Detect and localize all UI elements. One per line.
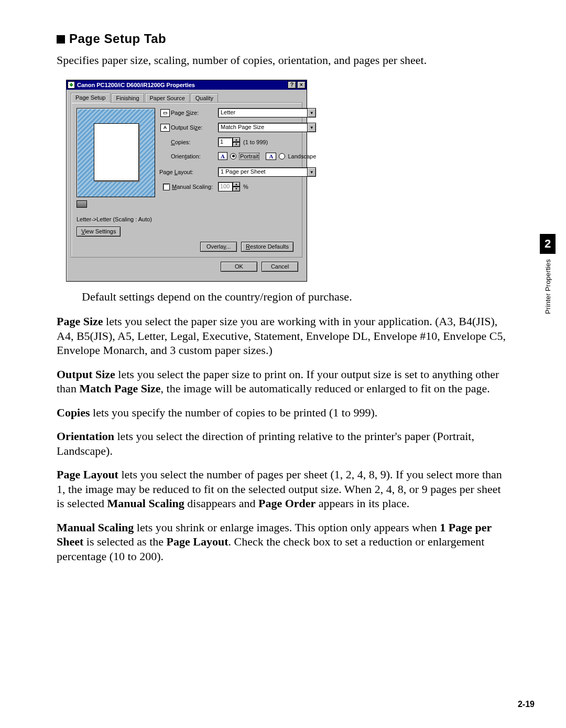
term-match-page-size: Match Page Size (79, 382, 160, 395)
landscape-icon: A (266, 153, 276, 160)
preview-status-text: Letter->Letter (Scaling : Auto) (77, 216, 155, 222)
para-copies-rest: lets you specify the number of copies to… (90, 406, 378, 419)
manual-scaling-checkbox[interactable] (163, 184, 170, 190)
para-layout-mid2: disappears and (184, 497, 258, 510)
orientation-landscape-radio[interactable] (279, 153, 285, 159)
page-layout-label: Page Layout: (159, 169, 218, 175)
page-size-icon: ▭ (160, 109, 170, 117)
para-page-size-rest: lets you select the paper size you are w… (57, 315, 506, 357)
chevron-down-icon[interactable]: ▼ (307, 123, 315, 132)
heading-text: Page Setup Tab (69, 31, 166, 46)
orientation-group: A Portrait A Landscape (218, 152, 316, 160)
chevron-down-icon[interactable]: ▼ (307, 168, 315, 176)
para-orientation-rest: lets you select the direction of printin… (57, 430, 474, 457)
term-output-size: Output Size (57, 368, 115, 381)
copies-spinner[interactable]: 1 ▲▼ (218, 137, 240, 147)
copies-label: Copies: (171, 139, 218, 145)
term-page-order: Page Order (258, 497, 315, 510)
page-preview (77, 108, 155, 197)
copies-range: (1 to 999) (243, 139, 268, 145)
tab-label: Finishing (116, 95, 139, 101)
spin-up-icon[interactable]: ▲ (233, 137, 240, 142)
help-button[interactable]: ? (288, 81, 296, 89)
orientation-portrait-radio[interactable] (230, 153, 236, 159)
manual-scaling-label: Manual Scaling: (172, 184, 218, 190)
portrait-icon: A (218, 152, 227, 160)
tab-label: Paper Source (150, 95, 185, 101)
para-copies: Copies lets you specify the number of co… (57, 405, 509, 420)
spin-down-icon: ▼ (233, 187, 240, 191)
dialog-title: Canon PC1200/iC D600/iR1200G Properties (77, 82, 287, 88)
term-page-layout: Page Layout (57, 468, 118, 481)
heading-bullet-icon (57, 35, 65, 44)
para-page-layout: Page Layout lets you select the number o… (57, 467, 509, 511)
term-page-layout-2: Page Layout (167, 535, 228, 548)
page-number: 2-19 (518, 700, 535, 709)
lead-paragraph: Specifies paper size, scaling, number of… (57, 53, 509, 67)
para-output-size: Output Size lets you select the paper si… (57, 367, 509, 396)
manual-scaling-spinner: 100 ▲▼ (218, 182, 240, 191)
para-layout-mid3: appears in its place. (315, 497, 409, 510)
app-icon: ❖ (68, 81, 75, 89)
para-manual-mid2: is selected as the (83, 535, 166, 548)
view-settings-button[interactable]: View Settings (77, 227, 121, 237)
restore-defaults-button[interactable]: Restore Defaults (241, 242, 293, 252)
tab-finishing[interactable]: Finishing (112, 93, 144, 103)
chevron-down-icon[interactable]: ▼ (307, 109, 315, 117)
para-output-mid2: , the image will be automatically reduce… (161, 382, 490, 395)
output-size-label: Output Size: (171, 124, 218, 131)
page-size-combo[interactable]: Letter ▼ (218, 108, 316, 117)
term-manual-scaling: Manual Scaling (107, 497, 184, 510)
orientation-label: Orientation: (171, 153, 218, 159)
para-manual-mid1: lets you shrink or enlarge images. This … (134, 521, 440, 534)
tab-label: Page Setup (75, 94, 106, 101)
tab-page-setup-content: Letter->Letter (Scaling : Auto) View Set… (71, 102, 302, 258)
manual-scaling-unit: % (243, 184, 248, 190)
section-heading: Page Setup Tab (57, 31, 509, 46)
cancel-button[interactable]: Cancel (262, 262, 298, 272)
orientation-landscape-label: Landscape (288, 153, 316, 159)
term-page-size: Page Size (57, 315, 103, 328)
page-layout-combo[interactable]: 1 Page per Sheet ▼ (218, 167, 316, 177)
spin-up-icon: ▲ (233, 182, 240, 187)
tray-icon (77, 200, 87, 208)
para-manual-scaling: Manual Scaling lets you shrink or enlarg… (57, 520, 509, 564)
close-button[interactable]: × (297, 81, 306, 89)
page-size-value: Letter (219, 109, 307, 117)
manual-scaling-value: 100 (218, 182, 233, 191)
term-orientation: Orientation (57, 430, 114, 443)
ok-button[interactable]: OK (221, 262, 257, 272)
spin-down-icon[interactable]: ▼ (233, 142, 240, 147)
overlay-button[interactable]: Overlay... (200, 242, 237, 252)
para-orientation: Orientation lets you select the directio… (57, 429, 509, 458)
chapter-label: Printer Properties (544, 259, 552, 314)
output-size-value: Match Page Size (219, 123, 307, 132)
tab-strip: Page Setup Finishing Paper Source Qualit… (71, 93, 302, 103)
page-layout-value: 1 Page per Sheet (219, 168, 307, 176)
side-chapter-tab: 2 Printer Properties (540, 234, 556, 314)
properties-dialog: ❖ Canon PC1200/iC D600/iR1200G Propertie… (66, 80, 307, 282)
term-manual-scaling-2: Manual Scaling (57, 521, 134, 534)
dialog-titlebar: ❖ Canon PC1200/iC D600/iR1200G Propertie… (67, 80, 307, 90)
tab-paper-source[interactable]: Paper Source (145, 93, 190, 103)
tab-label: Quality (195, 95, 213, 101)
output-size-combo[interactable]: Match Page Size ▼ (218, 123, 316, 132)
default-note: Default settings depend on the country/r… (82, 290, 509, 304)
copies-value[interactable]: 1 (218, 137, 233, 147)
page-size-label: Page Size: (171, 110, 218, 116)
orientation-portrait-label: Portrait (239, 153, 259, 160)
chapter-number: 2 (540, 234, 556, 254)
term-copies: Copies (57, 406, 90, 419)
tab-quality[interactable]: Quality (191, 93, 218, 103)
tab-page-setup[interactable]: Page Setup (71, 93, 111, 103)
output-size-icon: A (160, 124, 170, 132)
para-page-size: Page Size lets you select the paper size… (57, 314, 509, 358)
